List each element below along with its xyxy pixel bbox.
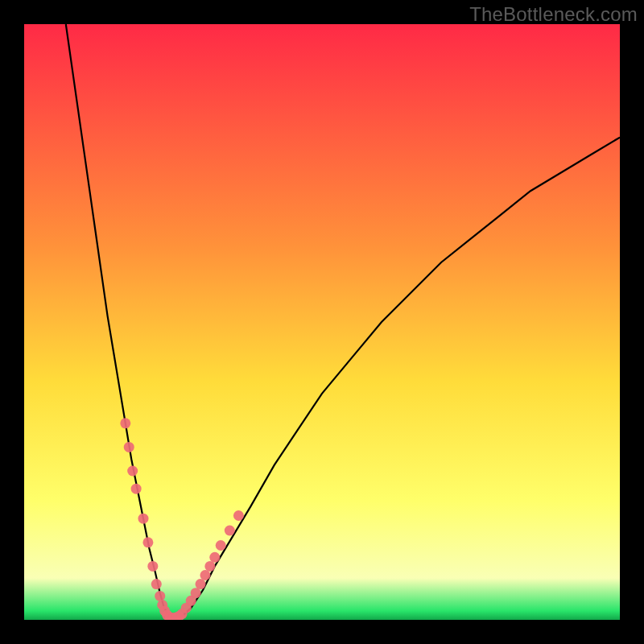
marker-dot (138, 514, 149, 524)
chart-svg (24, 24, 620, 620)
marker-dot (225, 526, 235, 536)
marker-dot (204, 561, 215, 572)
marker-dot (233, 510, 244, 521)
marker-dot (191, 588, 201, 598)
marker-dot (209, 552, 220, 563)
watermark-text: TheBottleneck.com (469, 3, 638, 26)
marker-dot (120, 418, 130, 428)
marker-dot (142, 537, 153, 547)
marker-dot (155, 591, 165, 601)
marker-dot (147, 561, 158, 572)
marker-dot (131, 484, 142, 494)
marker-dot (196, 579, 206, 589)
outer-frame: TheBottleneck.com (0, 0, 644, 644)
marker-dot (216, 540, 226, 551)
marker-dot (151, 579, 162, 589)
marker-dot (124, 442, 134, 452)
marker-dot (127, 466, 138, 477)
gradient-background (24, 24, 620, 620)
chart-plot-area (24, 24, 620, 620)
marker-dot (200, 570, 210, 580)
